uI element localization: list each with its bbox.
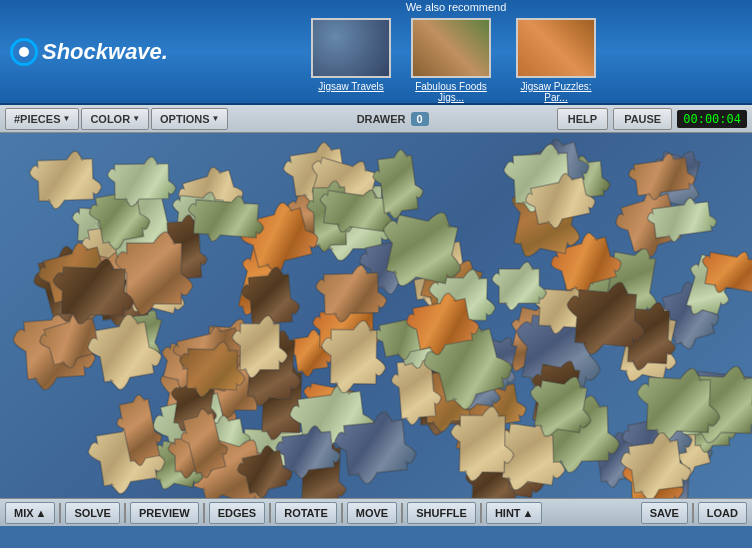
shockwave-logo-icon	[10, 38, 38, 66]
edges-label: EDGES	[218, 507, 257, 519]
bottom-toolbar: MIX ▲ SOLVE PREVIEW EDGES ROTATE MOVE SH…	[0, 498, 752, 526]
save-label: SAVE	[650, 507, 679, 519]
options-dropdown-button[interactable]: OPTIONS ▼	[151, 108, 228, 130]
color-dropdown-button[interactable]: COLOR ▼	[81, 108, 149, 130]
separator-8	[692, 503, 694, 523]
color-arrow-icon: ▼	[132, 114, 140, 123]
hint-arrow-icon: ▲	[523, 507, 534, 519]
separator-5	[341, 503, 343, 523]
top-toolbar: #PIECES ▼ COLOR ▼ OPTIONS ▼ DRAWER 0 HEL…	[0, 105, 752, 133]
color-label: COLOR	[90, 113, 130, 125]
load-button[interactable]: LOAD	[698, 502, 747, 524]
pause-button[interactable]: PAUSE	[613, 108, 672, 130]
edges-button[interactable]: EDGES	[209, 502, 266, 524]
save-button[interactable]: SAVE	[641, 502, 688, 524]
puzzle-canvas[interactable]	[0, 133, 752, 498]
rotate-button[interactable]: ROTATE	[275, 502, 337, 524]
mix-button[interactable]: MIX ▲	[5, 502, 55, 524]
shuffle-label: SHUFFLE	[416, 507, 467, 519]
pieces-arrow-icon: ▼	[62, 114, 70, 123]
move-button[interactable]: MOVE	[347, 502, 397, 524]
logo-text: Shockwave.	[42, 39, 168, 65]
load-label: LOAD	[707, 507, 738, 519]
move-label: MOVE	[356, 507, 388, 519]
mix-arrow-icon: ▲	[36, 507, 47, 519]
separator-7	[480, 503, 482, 523]
recommendations-panel: We also recommend Jigsaw Travels Fabulou…	[170, 1, 742, 103]
rec-items-list: Jigsaw Travels Fabulous Foods Jigs... Ji…	[311, 18, 601, 103]
pieces-dropdown-button[interactable]: #PIECES ▼	[5, 108, 79, 130]
solve-button[interactable]: SOLVE	[65, 502, 119, 524]
mix-label: MIX	[14, 507, 34, 519]
puzzle-area[interactable]	[0, 133, 752, 498]
rec-thumb-3	[516, 18, 596, 78]
rec-title: We also recommend	[406, 1, 507, 13]
rec-item-1[interactable]: Jigsaw Travels	[311, 18, 391, 103]
solve-label: SOLVE	[74, 507, 110, 519]
preview-button[interactable]: PREVIEW	[130, 502, 199, 524]
hint-label: HINT	[495, 507, 521, 519]
preview-label: PREVIEW	[139, 507, 190, 519]
hint-button[interactable]: HINT ▲	[486, 502, 543, 524]
drawer-section: DRAWER 0	[357, 112, 429, 126]
options-label: OPTIONS	[160, 113, 210, 125]
rotate-label: ROTATE	[284, 507, 328, 519]
rec-label-1: Jigsaw Travels	[318, 81, 384, 92]
rec-thumb-1	[311, 18, 391, 78]
pieces-label: #PIECES	[14, 113, 60, 125]
logo-area: Shockwave.	[10, 38, 170, 66]
rec-label-2: Fabulous Foods Jigs...	[406, 81, 496, 103]
rec-item-2[interactable]: Fabulous Foods Jigs...	[406, 18, 496, 103]
separator-3	[203, 503, 205, 523]
drawer-label: DRAWER	[357, 113, 406, 125]
rec-item-3[interactable]: Jigsaw Puzzles: Par...	[511, 18, 601, 103]
drawer-count-badge: 0	[411, 112, 429, 126]
toolbar-right: HELP PAUSE 00:00:04	[557, 108, 747, 130]
separator-2	[124, 503, 126, 523]
help-button[interactable]: HELP	[557, 108, 608, 130]
rec-thumb-2	[411, 18, 491, 78]
timer-display: 00:00:04	[677, 110, 747, 128]
separator-4	[269, 503, 271, 523]
rec-label-3: Jigsaw Puzzles: Par...	[511, 81, 601, 103]
separator-1	[59, 503, 61, 523]
header: Shockwave. We also recommend Jigsaw Trav…	[0, 0, 752, 105]
separator-6	[401, 503, 403, 523]
shuffle-button[interactable]: SHUFFLE	[407, 502, 476, 524]
options-arrow-icon: ▼	[212, 114, 220, 123]
